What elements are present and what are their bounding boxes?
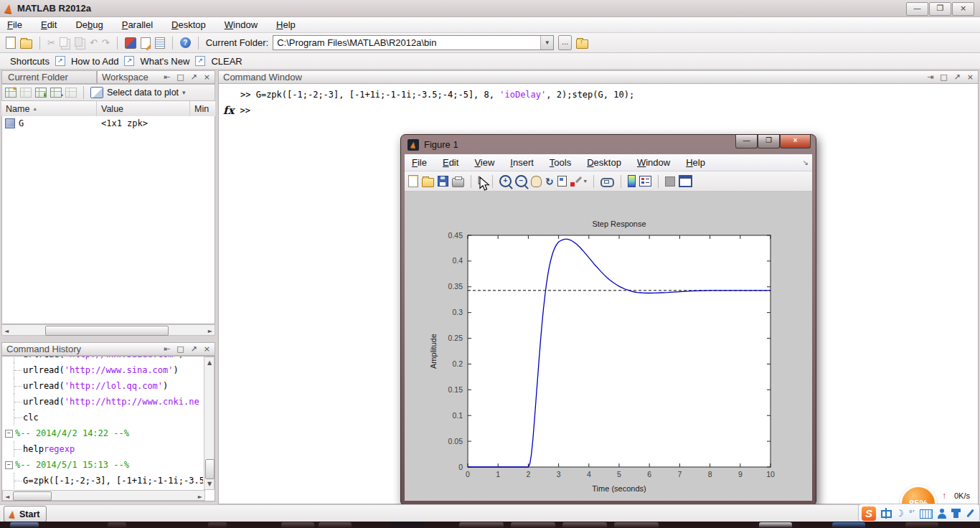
undock-icon[interactable]: ↗	[191, 344, 197, 354]
new-variable-icon[interactable]: ★	[5, 88, 17, 98]
select-data-label[interactable]: Select data to plot	[107, 88, 179, 98]
maximize-panel-icon[interactable]: □	[940, 72, 947, 82]
history-item[interactable]: help regexp	[4, 441, 203, 457]
profiler-icon[interactable]	[155, 37, 165, 49]
shortcut-clear[interactable]: CLEAR	[211, 56, 242, 67]
close-panel-icon[interactable]: ×	[204, 344, 210, 354]
brush-dropdown-icon[interactable]: ▾	[584, 176, 587, 187]
maximize-panel-icon[interactable]: □	[176, 72, 184, 82]
undo-icon[interactable]: ↶	[90, 37, 98, 49]
dock-icon[interactable]: ⇤	[164, 344, 170, 354]
menu-parallel[interactable]: Parallel	[122, 19, 153, 30]
help-icon[interactable]: ?	[180, 37, 191, 48]
menu-edit[interactable]: Edit	[443, 157, 458, 168]
taskbar-button[interactable]	[10, 522, 39, 528]
column-header-value[interactable]: Value	[97, 101, 190, 116]
collapse-icon[interactable]: −	[5, 461, 13, 469]
open-icon[interactable]	[422, 178, 434, 187]
figure-titlebar[interactable]: Figure 1 — ❐ ×	[401, 135, 816, 154]
pan-icon[interactable]	[531, 176, 542, 187]
current-folder-combobox[interactable]: C:\Program Files\MATLAB\R2012a\bin ▾	[273, 35, 554, 50]
close-panel-icon[interactable]: ×	[967, 72, 974, 82]
menu-view[interactable]: View	[474, 157, 494, 168]
taskbar-button[interactable]	[562, 522, 607, 528]
history-item[interactable]: G=zpk([-1;-2;-3], [-1+1i;-1-1i;-3.5	[4, 473, 203, 489]
figure-canvas[interactable]: 01234567891000.050.10.150.20.250.30.350.…	[405, 192, 812, 501]
taskbar-button[interactable]	[281, 522, 314, 528]
open-file-icon[interactable]	[20, 39, 32, 49]
taskbar-button[interactable]	[511, 522, 555, 528]
show-plot-tools-icon[interactable]	[679, 175, 692, 187]
link-plot-icon[interactable]	[600, 178, 614, 187]
combobox-dropdown-icon[interactable]: ▾	[540, 36, 553, 50]
chinese-mode-icon[interactable]	[881, 508, 890, 519]
zoom-out-icon[interactable]: −	[515, 175, 527, 187]
new-figure-icon[interactable]	[408, 175, 418, 187]
shortcut-what-s-new[interactable]: What's New	[140, 56, 189, 67]
settings-wrench-icon[interactable]	[966, 509, 975, 518]
up-one-folder-icon[interactable]: ↑	[576, 39, 588, 49]
menu-file[interactable]: File	[7, 19, 22, 30]
close-panel-icon[interactable]: ×	[204, 72, 210, 82]
cut-icon[interactable]: ✂	[47, 37, 55, 49]
skin-icon[interactable]	[951, 509, 961, 518]
history-item[interactable]: urlread('http://www.baidu.com')	[4, 356, 203, 362]
history-hscrollbar[interactable]: ◄ ►	[2, 490, 205, 501]
close-button[interactable]: ×	[952, 2, 974, 16]
figure-close-button[interactable]: ×	[780, 135, 811, 148]
fx-icon[interactable]: fx	[223, 104, 234, 117]
menu-insert[interactable]: Insert	[510, 157, 534, 168]
taskbar-button[interactable]	[459, 522, 504, 528]
taskbar-button[interactable]	[391, 522, 424, 528]
legend-icon[interactable]	[639, 176, 651, 187]
redo-icon[interactable]: ↷	[102, 37, 110, 49]
sogou-logo-icon[interactable]: S	[862, 506, 876, 521]
history-item[interactable]: urlread('http://http://www.cnki.ne	[4, 394, 203, 410]
menu-tools[interactable]: Tools	[550, 157, 571, 168]
guide-icon[interactable]	[141, 37, 151, 49]
figure-restore-button[interactable]: ❐	[758, 135, 780, 148]
minimize-button[interactable]: —	[906, 2, 928, 16]
column-header-min[interactable]: Min	[190, 101, 215, 116]
figure-minimize-button[interactable]: —	[735, 135, 758, 148]
menu-edit[interactable]: Edit	[41, 19, 57, 30]
history-vscrollbar[interactable]: ▲ ▼	[204, 357, 215, 490]
taskbar-button[interactable]	[319, 522, 352, 528]
tab-current-folder[interactable]: Current Folder	[1, 70, 97, 84]
delete-variable-icon[interactable]	[65, 88, 77, 98]
plot-picker-icon[interactable]	[90, 87, 103, 98]
taskbar-button[interactable]	[614, 522, 659, 528]
save-icon[interactable]	[438, 176, 448, 187]
windows-taskbar[interactable]	[0, 522, 980, 528]
dock-icon[interactable]: ⇤	[164, 72, 170, 82]
pointer-tool-icon[interactable]	[478, 176, 486, 187]
rotate-3d-icon[interactable]: ↻	[545, 176, 554, 187]
menu-help[interactable]: Help	[276, 19, 296, 30]
data-cursor-icon[interactable]	[557, 176, 567, 187]
account-icon[interactable]	[938, 509, 946, 519]
undock-icon[interactable]: ↗	[191, 72, 197, 82]
current-folder-value[interactable]: C:\Program Files\MATLAB\R2012a\bin	[273, 37, 540, 48]
history-session-header[interactable]: −%-- 2014/4/2 14:22 --%	[4, 425, 203, 441]
table-row[interactable]: G <1x1 zpk>	[2, 116, 215, 130]
copy-icon[interactable]	[60, 37, 67, 47]
shortcut-how-to-add[interactable]: How to Add	[71, 56, 119, 67]
colorbar-icon[interactable]	[628, 175, 636, 187]
punctuation-mode-icon[interactable]: °’	[909, 509, 915, 519]
simulink-icon[interactable]	[125, 37, 136, 49]
new-script-icon[interactable]	[6, 37, 16, 49]
collapse-icon[interactable]: −	[5, 430, 13, 438]
menu-window[interactable]: Window	[225, 19, 258, 30]
print-icon[interactable]	[452, 178, 464, 187]
column-header-name[interactable]: Name ▲	[1, 101, 97, 116]
taskbar-button[interactable]	[208, 522, 227, 528]
history-session-header[interactable]: −%-- 2014/5/1 15:13 --%	[4, 457, 203, 473]
save-workspace-icon[interactable]: ▪	[50, 88, 62, 98]
taskbar-button[interactable]	[759, 522, 792, 528]
menu-help[interactable]: Help	[686, 157, 705, 168]
history-item[interactable]: urlread('http://www.sina.com')	[4, 362, 203, 378]
workspace-hscrollbar[interactable]: ◄ ►	[1, 324, 215, 336]
open-variable-icon[interactable]	[20, 88, 32, 98]
history-item[interactable]: clc	[4, 410, 203, 425]
soft-keyboard-icon[interactable]	[920, 509, 933, 519]
